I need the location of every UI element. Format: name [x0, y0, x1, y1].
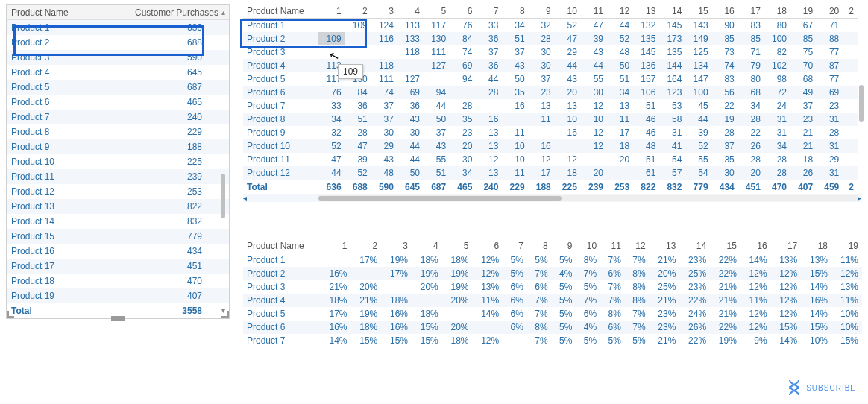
- data-cell[interactable]: 21%: [710, 280, 740, 294]
- data-cell[interactable]: 111: [371, 72, 397, 86]
- data-cell[interactable]: 18%: [442, 334, 473, 347]
- data-cell[interactable]: 23%: [650, 321, 680, 334]
- col-header[interactable]: 1: [318, 4, 345, 19]
- data-cell[interactable]: 85: [790, 32, 817, 45]
- data-cell[interactable]: 173: [659, 32, 685, 45]
- data-cell[interactable]: 43: [502, 59, 528, 72]
- data-cell[interactable]: 18%: [321, 294, 351, 307]
- data-cell[interactable]: 21: [790, 126, 817, 139]
- data-cell[interactable]: 45: [685, 99, 711, 113]
- data-cell[interactable]: 85: [738, 32, 764, 45]
- data-cell[interactable]: 7%: [576, 294, 600, 307]
- data-cell[interactable]: 76: [318, 86, 345, 99]
- table-row[interactable]: Product 1636: [7, 20, 229, 35]
- data-cell[interactable]: 125: [685, 45, 711, 59]
- data-cell[interactable]: 5%: [503, 253, 527, 268]
- data-cell[interactable]: 19%: [442, 267, 473, 280]
- data-cell[interactable]: [843, 139, 858, 153]
- data-cell[interactable]: 14%: [801, 307, 831, 321]
- data-cell[interactable]: 10: [581, 113, 607, 126]
- col-header[interactable]: 2: [843, 4, 858, 19]
- table-row[interactable]: Product 14832: [7, 214, 229, 229]
- data-cell[interactable]: 127: [424, 59, 450, 72]
- data-cell[interactable]: 8%: [625, 280, 650, 294]
- scroll-thumb[interactable]: [221, 174, 225, 218]
- data-cell[interactable]: 15%: [412, 321, 442, 334]
- data-cell[interactable]: [843, 153, 858, 166]
- data-cell[interactable]: 8%: [625, 294, 650, 307]
- data-cell[interactable]: 11%: [831, 294, 862, 307]
- data-cell[interactable]: 37: [371, 99, 397, 113]
- data-cell[interactable]: 77: [817, 45, 843, 59]
- data-cell[interactable]: 12%: [740, 280, 771, 294]
- data-cell[interactable]: 5%: [552, 321, 576, 334]
- table-row[interactable]: Product 714%15%15%15%18%12%7%5%5%5%5%21%…: [243, 334, 862, 347]
- data-cell[interactable]: 19%: [412, 267, 442, 280]
- data-cell[interactable]: 18: [555, 166, 581, 180]
- table-row[interactable]: Product 11091241131177633343252474413214…: [243, 19, 862, 33]
- col-header[interactable]: 5: [424, 4, 450, 19]
- data-cell[interactable]: 24: [764, 99, 790, 113]
- col-header[interactable]: 17: [771, 239, 802, 253]
- data-cell[interactable]: [843, 126, 858, 139]
- table-row[interactable]: Product 83451374350351611101011465844192…: [243, 113, 862, 126]
- scroll-up-icon[interactable]: ▴: [220, 10, 226, 16]
- data-cell[interactable]: 50: [424, 113, 450, 126]
- table-row[interactable]: Product 7240: [7, 110, 229, 124]
- data-cell[interactable]: 13%: [801, 253, 831, 268]
- data-cell[interactable]: 113: [318, 59, 345, 72]
- data-cell[interactable]: 20%: [650, 267, 680, 280]
- data-cell[interactable]: 14%: [321, 334, 351, 347]
- data-cell[interactable]: 17%: [381, 267, 412, 280]
- data-cell[interactable]: 25%: [679, 267, 710, 280]
- resize-handle-bottom[interactable]: [111, 316, 125, 321]
- data-cell[interactable]: 7%: [600, 253, 625, 268]
- data-cell[interactable]: 36: [345, 99, 371, 113]
- data-cell[interactable]: 13: [476, 126, 502, 139]
- data-cell[interactable]: 7%: [527, 267, 552, 280]
- data-cell[interactable]: 30: [529, 59, 555, 72]
- data-cell[interactable]: 21: [790, 139, 817, 153]
- col-header[interactable]: 10: [576, 239, 600, 253]
- data-cell[interactable]: 5%: [552, 253, 576, 268]
- data-cell[interactable]: 133: [397, 32, 424, 45]
- data-cell[interactable]: 44: [424, 99, 450, 113]
- data-cell[interactable]: 12: [529, 153, 555, 166]
- data-cell[interactable]: 5%: [527, 253, 552, 268]
- data-cell[interactable]: 23%: [679, 253, 710, 268]
- col-header[interactable]: 6: [450, 4, 476, 19]
- table-row[interactable]: Product 8229: [7, 124, 229, 139]
- data-cell[interactable]: 26: [738, 139, 764, 153]
- data-cell[interactable]: 35: [450, 113, 476, 126]
- data-cell[interactable]: 31: [659, 126, 685, 139]
- data-cell[interactable]: 6%: [503, 280, 527, 294]
- data-cell[interactable]: 7%: [625, 307, 650, 321]
- col-header[interactable]: 10: [555, 4, 581, 19]
- data-cell[interactable]: 19%: [710, 334, 740, 347]
- table-row[interactable]: Product 517%19%16%18%14%6%7%5%6%8%7%23%2…: [243, 307, 862, 321]
- data-cell[interactable]: 44: [581, 59, 607, 72]
- data-cell[interactable]: 7%: [527, 294, 552, 307]
- data-cell[interactable]: 20%: [442, 294, 473, 307]
- data-cell[interactable]: 23: [450, 126, 476, 139]
- data-cell[interactable]: 135: [659, 45, 685, 59]
- data-cell[interactable]: 28: [476, 86, 502, 99]
- col-header[interactable]: 11: [581, 4, 607, 19]
- table-row[interactable]: Product 10524729444320131016121848415237…: [243, 139, 862, 153]
- data-cell[interactable]: 29: [555, 45, 581, 59]
- data-cell[interactable]: 22: [712, 99, 738, 113]
- data-cell[interactable]: 23: [817, 99, 843, 113]
- data-cell[interactable]: 22%: [710, 321, 740, 334]
- data-cell[interactable]: 113: [397, 19, 424, 33]
- data-cell[interactable]: 16%: [321, 321, 351, 334]
- data-cell[interactable]: 17%: [321, 307, 351, 321]
- data-cell[interactable]: 8%: [625, 267, 650, 280]
- col-header[interactable]: 8: [527, 239, 552, 253]
- data-cell[interactable]: 16: [476, 113, 502, 126]
- data-cell[interactable]: 22%: [710, 267, 740, 280]
- table-row[interactable]: Product 12445248505134131117182061575430…: [243, 166, 862, 180]
- data-cell[interactable]: 12%: [472, 267, 503, 280]
- data-cell[interactable]: 47: [345, 139, 371, 153]
- data-cell[interactable]: 10%: [831, 307, 862, 321]
- col-header[interactable]: 15: [710, 239, 740, 253]
